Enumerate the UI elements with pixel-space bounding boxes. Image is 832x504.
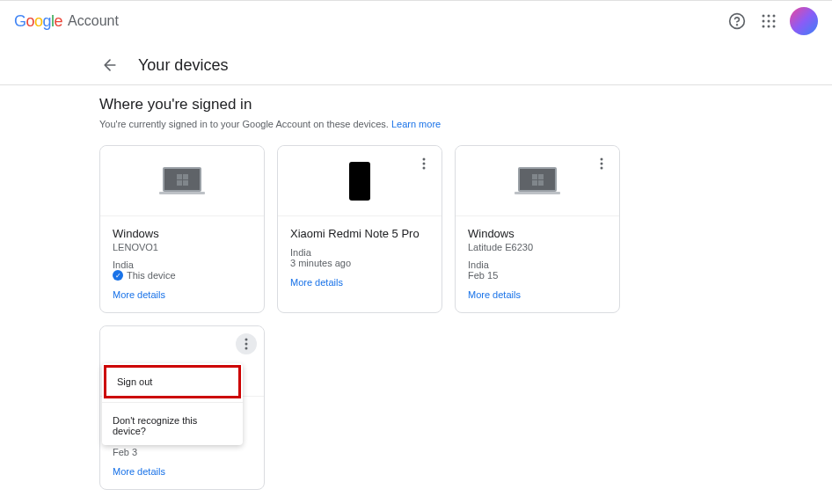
main-content: Where you're signed in You're currently … [85,96,747,504]
section-subtitle: You're currently signed in to your Googl… [99,119,733,129]
check-icon [113,270,123,281]
svg-point-23 [601,167,603,170]
header-divider [0,84,832,85]
svg-point-18 [423,158,426,161]
menu-divider [102,402,243,403]
dont-recognize-menu-item[interactable]: Don't recognize this device? [102,406,243,445]
learn-more-link[interactable]: Learn more [391,119,441,129]
svg-point-21 [601,158,603,161]
more-details-link[interactable]: More details [113,289,252,300]
more-menu-button[interactable] [591,153,612,174]
more-details-link[interactable]: More details [290,277,429,288]
svg-point-2 [763,15,765,18]
svg-point-22 [601,163,603,165]
device-preview [278,146,442,216]
svg-rect-26 [532,174,537,179]
content-area: Your devices [85,42,747,84]
svg-point-32 [245,343,248,346]
svg-rect-29 [538,180,544,186]
device-time: 3 minutes ago [290,258,429,268]
device-location: India [468,259,607,270]
logo-area[interactable]: Google Account [14,12,119,31]
svg-rect-28 [532,180,537,186]
svg-point-31 [245,339,248,341]
svg-point-33 [245,347,248,350]
device-grid: Windows LENOVO1 India This device More d… [99,145,733,490]
sign-out-menu-item[interactable]: Sign out [104,365,241,398]
section-title: Where you're signed in [99,96,733,113]
svg-rect-30 [515,192,560,194]
device-body: Windows LENOVO1 India This device More d… [100,216,264,312]
back-arrow-icon[interactable] [99,55,120,76]
account-text: Account [68,13,119,29]
svg-point-3 [768,15,770,18]
device-preview [100,146,264,216]
laptop-icon [513,165,562,197]
svg-rect-15 [177,180,182,186]
apps-icon[interactable] [758,11,779,32]
device-time: Feb 3 [113,447,252,457]
svg-point-8 [763,26,765,28]
svg-point-4 [773,15,776,18]
more-details-link[interactable]: More details [468,289,607,300]
device-name: Windows [468,227,607,240]
svg-point-6 [768,20,770,23]
svg-point-5 [763,20,765,23]
device-menu-popup: Sign out Don't recognize this device? [102,363,243,445]
google-logo: Google [14,12,62,31]
this-device-badge: This device [113,270,252,281]
device-card: Windows Latitude E6230 India Feb 15 More… [455,145,620,313]
device-card: Sign out Don't recognize this device? Wi… [99,325,265,490]
device-body: Windows Latitude E6230 India Feb 15 More… [456,216,619,312]
svg-rect-27 [538,174,544,179]
phone-icon [349,162,370,201]
laptop-icon [157,165,207,197]
device-card: Xiaomi Redmi Note 5 Pro India 3 minutes … [277,145,442,313]
device-name: Xiaomi Redmi Note 5 Pro [290,227,429,240]
svg-point-9 [768,26,770,28]
device-location: India [290,247,429,258]
device-card: Windows LENOVO1 India This device More d… [99,145,265,313]
svg-point-10 [773,26,776,28]
svg-point-19 [423,163,426,165]
svg-rect-14 [183,174,188,179]
svg-rect-13 [177,174,182,179]
device-model: LENOVO1 [113,242,252,252]
more-details-link[interactable]: More details [113,466,252,477]
device-preview [456,146,619,216]
svg-rect-17 [159,192,205,194]
svg-point-7 [773,20,776,23]
svg-point-1 [737,25,738,26]
page-title: Your devices [138,56,228,75]
device-name: Windows [113,227,252,240]
device-body: Xiaomi Redmi Note 5 Pro India 3 minutes … [278,216,442,300]
top-header: Google Account [0,0,832,42]
device-model: Latitude E6230 [468,242,607,252]
svg-point-20 [423,167,426,170]
device-location: India [113,259,252,270]
avatar[interactable] [790,7,818,35]
svg-rect-16 [183,180,188,186]
header-right [726,7,818,35]
device-time: Feb 15 [468,270,607,281]
help-icon[interactable] [726,11,748,32]
sub-header: Your devices [99,42,733,84]
more-menu-button[interactable] [413,153,434,174]
more-menu-button[interactable] [236,333,257,354]
